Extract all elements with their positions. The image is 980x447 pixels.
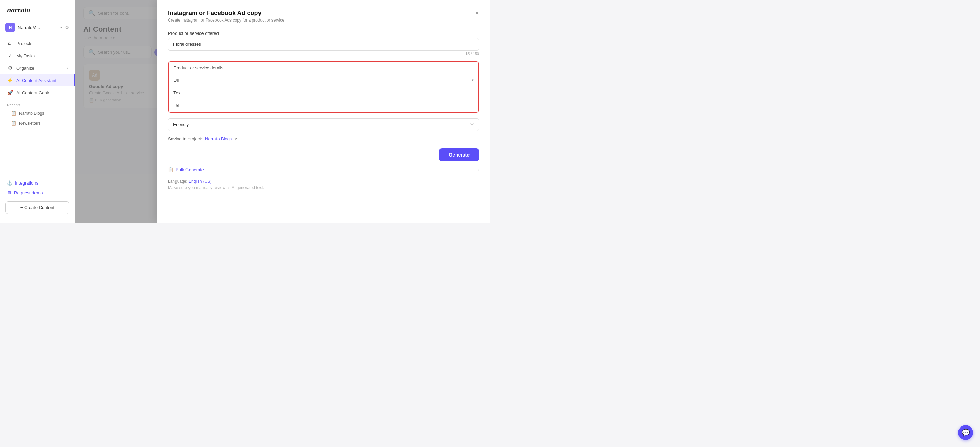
- chevron-down-icon: ▾: [60, 26, 62, 29]
- rocket-icon: 🚀: [7, 89, 13, 96]
- language-link[interactable]: English (US): [188, 179, 212, 184]
- tasks-icon: ✓: [7, 53, 13, 59]
- language-row: Language: English (US): [168, 179, 479, 184]
- integrations-link[interactable]: ⚓ Integrations: [5, 178, 69, 188]
- sidebar-item-ai-content-assistant[interactable]: ⚡ AI Content Assistant: [0, 74, 75, 86]
- copy-icon: 📋: [168, 167, 173, 172]
- char-count: 15 / 150: [168, 52, 479, 56]
- sidebar-bottom: ⚓ Integrations 🖥 Request demo + Create C…: [0, 174, 75, 218]
- projects-icon: 🗂: [7, 41, 13, 46]
- modal-title: Instagram or Facebook Ad copy: [168, 10, 285, 17]
- lightning-icon: ⚡: [7, 77, 13, 83]
- request-demo-link[interactable]: 🖥 Request demo: [5, 188, 69, 198]
- request-demo-label: Request demo: [14, 190, 43, 195]
- saving-project-link[interactable]: Narrato Blogs: [205, 136, 232, 142]
- sidebar-item-label: Projects: [16, 41, 32, 46]
- user-menu[interactable]: N NarratoM... ▾ ⚙: [0, 20, 75, 35]
- sidebar-item-projects[interactable]: 🗂 Projects: [0, 38, 75, 49]
- modal-header: Instagram or Facebook Ad copy Create Ins…: [168, 10, 479, 22]
- chevron-down-icon: ▾: [472, 78, 474, 82]
- gear-icon[interactable]: ⚙: [65, 25, 69, 30]
- saving-to-label: Saving to project:: [168, 136, 202, 142]
- bulk-generate-label: Bulk Generate: [175, 167, 204, 172]
- dropdown-option-url[interactable]: Url: [169, 99, 478, 112]
- details-dropdown[interactable]: Url ▾: [169, 74, 478, 86]
- modal-close-button[interactable]: ×: [475, 10, 479, 16]
- disclaimer: Make sure you manually review all AI gen…: [168, 185, 479, 190]
- product-input[interactable]: [168, 38, 479, 51]
- chevron-right-icon: ›: [67, 66, 68, 70]
- generate-button[interactable]: Generate: [439, 148, 479, 161]
- sidebar-item-organize[interactable]: ⚙ Organize ›: [0, 62, 75, 74]
- recent-item-label: Newsletters: [19, 121, 41, 126]
- saving-row: Saving to project: Narrato Blogs ↗: [168, 136, 479, 142]
- recent-item-label: Narrato Blogs: [19, 111, 44, 116]
- avatar: N: [5, 22, 15, 32]
- create-content-button[interactable]: + Create Content: [5, 201, 69, 214]
- product-label: Product or service offered: [168, 31, 479, 36]
- product-form-group: Product or service offered 15 / 150: [168, 31, 479, 56]
- sidebar-item-label: My Tasks: [16, 53, 35, 58]
- sidebar-item-label: Organize: [16, 65, 35, 71]
- modal-subtitle: Create Instagram or Facebook Ads copy fo…: [168, 18, 285, 22]
- product-details-section: Product or service details Url ▾ Text Ur…: [168, 61, 479, 113]
- organize-icon: ⚙: [7, 65, 13, 71]
- dropdown-option-text[interactable]: Text: [169, 86, 478, 99]
- recent-item-narrato-blogs[interactable]: 📋 Narrato Blogs: [0, 109, 75, 118]
- generate-row: Generate: [168, 148, 479, 161]
- main-navigation: 🗂 Projects ✓ My Tasks ⚙ Organize › ⚡ AI …: [0, 38, 75, 174]
- modal-instagram-ad-copy: Instagram or Facebook Ad copy Create Ins…: [157, 0, 490, 224]
- dropdown-selected-value: Url: [173, 78, 472, 83]
- sidebar-item-label: AI Content Assistant: [16, 78, 56, 83]
- bulk-generate-row: 📋 Bulk Generate ›: [168, 167, 479, 172]
- user-name: NarratoM...: [18, 25, 58, 30]
- monitor-icon: 🖥: [7, 190, 11, 195]
- sidebar: narrato N NarratoM... ▾ ⚙ 🗂 Projects ✓ M…: [0, 0, 75, 224]
- details-section-header: Product or service details: [169, 62, 478, 74]
- recent-item-newsletters[interactable]: 📋 Newsletters: [0, 118, 75, 128]
- tone-select[interactable]: Friendly: [168, 118, 479, 131]
- document-icon: 📋: [11, 111, 16, 116]
- external-link-icon: ↗: [234, 137, 237, 141]
- chevron-right-icon: ›: [477, 167, 479, 172]
- tone-form-group: Friendly: [168, 118, 479, 131]
- app-logo: narrato: [0, 5, 75, 20]
- sidebar-item-label: AI Content Genie: [16, 90, 51, 95]
- anchor-icon: ⚓: [7, 180, 12, 185]
- sidebar-item-my-tasks[interactable]: ✓ My Tasks: [0, 49, 75, 62]
- document-icon: 📋: [11, 121, 16, 126]
- integrations-label: Integrations: [15, 180, 38, 185]
- recents-label: Recents: [0, 99, 75, 109]
- sidebar-item-ai-content-genie[interactable]: 🚀 AI Content Genie: [0, 86, 75, 99]
- language-prefix: Language:: [168, 179, 188, 184]
- bulk-generate-link[interactable]: 📋 Bulk Generate: [168, 167, 204, 172]
